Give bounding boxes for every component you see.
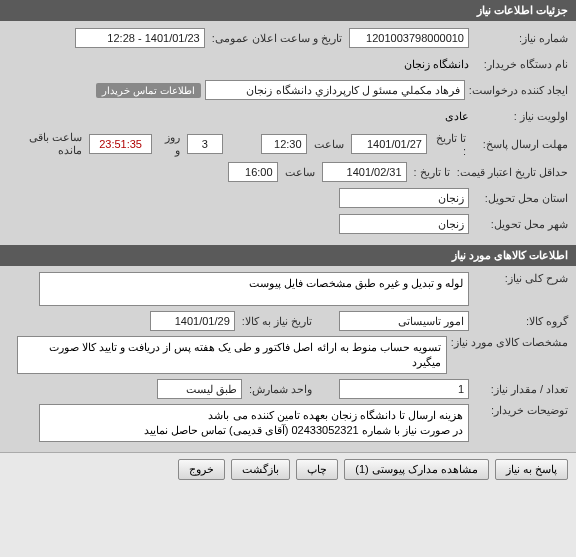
section-need-info-header: جزئیات اطلاعات نیاز <box>0 0 576 21</box>
row-buyer: نام دستگاه خریدار: دانشگاه زنجان <box>8 53 568 75</box>
price-validity-time: 16:00 <box>228 162 278 182</box>
unit-label: واحد شمارش: <box>246 383 315 396</box>
row-need-desc: شرح کلی نیاز: لوله و تبدیل و غیره طبق مش… <box>8 272 568 306</box>
hour-label-2: ساعت <box>282 166 318 179</box>
goods-group-label: گروه کالا: <box>473 315 568 328</box>
need-no-value: 1201003798000010 <box>349 28 469 48</box>
row-priority: اولویت نیاز : عادی <box>8 105 568 127</box>
price-validity-label: حداقل تاریخ اعتبار قیمت: <box>457 167 568 178</box>
goods-spec-label: مشخصات کالای مورد نیاز: <box>451 336 568 349</box>
hour-label-1: ساعت <box>311 138 347 151</box>
days-remaining: 3 <box>187 134 224 154</box>
buyer-value: دانشگاه زنجان <box>404 58 469 71</box>
qty-value: 1 <box>339 379 469 399</box>
footer-toolbar: پاسخ به نیاز مشاهده مدارک پیوستی (1) چاپ… <box>0 452 576 486</box>
buyer-label: نام دستگاه خریدار: <box>473 58 568 71</box>
section-need-info-body: شماره نیاز: 1201003798000010 تاریخ و ساع… <box>0 21 576 245</box>
reply-button[interactable]: پاسخ به نیاز <box>495 459 568 480</box>
need-desc-label: شرح کلی نیاز: <box>473 272 568 285</box>
qty-label: تعداد / مقدار نیاز: <box>473 383 568 396</box>
to-date-label-1: تا تاریخ : <box>431 132 469 157</box>
buyer-notes-value: هزینه ارسال تا دانشگاه زنجان بعهده تامین… <box>39 404 469 442</box>
delivery-province-value: زنجان <box>339 188 469 208</box>
goods-need-date-label: تاریخ نیاز به کالا: <box>239 315 315 328</box>
exit-button[interactable]: خروج <box>178 459 225 480</box>
pub-datetime-value: 1401/01/23 - 12:28 <box>75 28 205 48</box>
section-goods-body: شرح کلی نیاز: لوله و تبدیل و غیره طبق مش… <box>0 266 576 452</box>
deadline-date: 1401/01/27 <box>351 134 427 154</box>
row-deadline: مهلت ارسال پاسخ: تا تاریخ : 1401/01/27 س… <box>8 131 568 157</box>
price-validity-date: 1401/02/31 <box>322 162 407 182</box>
row-buyer-notes: توضیحات خریدار: هزینه ارسال تا دانشگاه ز… <box>8 404 568 442</box>
row-goods-group: گروه کالا: امور تاسیساتی تاریخ نیاز به ک… <box>8 310 568 332</box>
need-desc-value: لوله و تبدیل و غیره طبق مشخصات فایل پیوس… <box>39 272 469 306</box>
deadline-label: مهلت ارسال پاسخ: <box>473 138 568 151</box>
back-button[interactable]: بازگشت <box>231 459 290 480</box>
requester-value: فرهاد مکملي مسئو ل کارپردازي دانشگاه زنج… <box>205 80 465 100</box>
delivery-province-label: استان محل تحویل: <box>473 192 568 205</box>
deadline-time: 12:30 <box>261 134 306 154</box>
priority-value: عادی <box>445 110 469 123</box>
row-delivery-city: شهر محل تحویل: زنجان <box>8 213 568 235</box>
days-and-label: روز و <box>156 131 182 157</box>
pub-datetime-label: تاریخ و ساعت اعلان عمومی: <box>209 32 345 45</box>
row-need-no: شماره نیاز: 1201003798000010 تاریخ و ساع… <box>8 27 568 49</box>
print-button[interactable]: چاپ <box>296 459 338 480</box>
delivery-city-value: زنجان <box>339 214 469 234</box>
contact-info-badge[interactable]: اطلاعات تماس خریدار <box>96 83 201 98</box>
need-no-label: شماره نیاز: <box>473 32 568 45</box>
to-date-label-2: تا تاریخ : <box>411 166 453 179</box>
hours-remain-label: ساعت باقی مانده <box>8 131 85 157</box>
row-qty: تعداد / مقدار نیاز: 1 واحد شمارش: طبق لی… <box>8 378 568 400</box>
priority-label: اولویت نیاز : <box>473 110 568 123</box>
section-goods-header: اطلاعات کالاهای مورد نیاز <box>0 245 576 266</box>
row-goods-spec: مشخصات کالای مورد نیاز: تسویه حساب منوط … <box>8 336 568 374</box>
row-delivery-province: استان محل تحویل: زنجان <box>8 187 568 209</box>
row-requester: ایجاد کننده درخواست: فرهاد مکملي مسئو ل … <box>8 79 568 101</box>
unit-value: طبق لیست <box>157 379 242 399</box>
goods-need-date-value: 1401/01/29 <box>150 311 235 331</box>
row-price-validity: حداقل تاریخ اعتبار قیمت: تا تاریخ : 1401… <box>8 161 568 183</box>
delivery-city-label: شهر محل تحویل: <box>473 218 568 231</box>
requester-label: ایجاد کننده درخواست: <box>469 84 568 97</box>
goods-group-value: امور تاسیساتی <box>339 311 469 331</box>
countdown-timer: 23:51:35 <box>89 134 152 154</box>
view-attachments-button[interactable]: مشاهده مدارک پیوستی (1) <box>344 459 489 480</box>
buyer-notes-label: توضیحات خریدار: <box>473 404 568 417</box>
goods-spec-value: تسویه حساب منوط به ارائه اصل فاکتور و طی… <box>17 336 447 374</box>
